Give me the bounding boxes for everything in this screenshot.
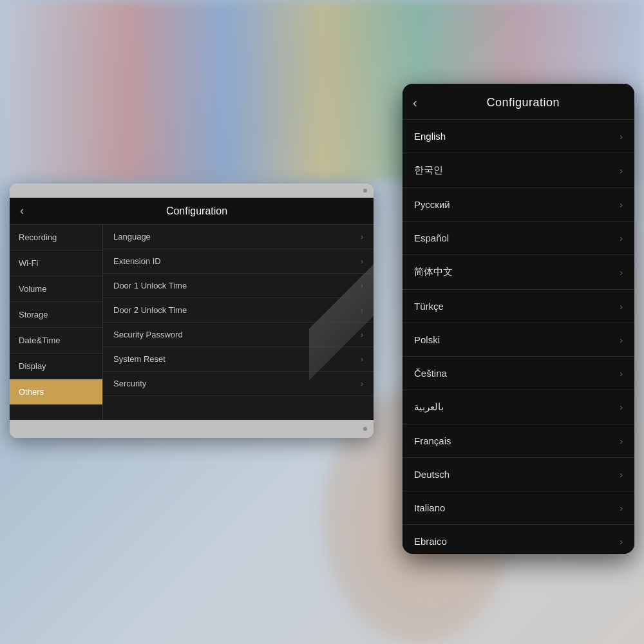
language-item-german[interactable]: Deutsch› <box>402 458 634 491</box>
language-label-czech: Čeština <box>414 368 447 379</box>
device-top-dot <box>363 189 367 193</box>
menu-item-system-reset[interactable]: System Reset› <box>103 347 374 372</box>
sidebar-item-wifi[interactable]: Wi-Fi <box>10 251 102 276</box>
menu-item-extension-id[interactable]: Extension ID› <box>103 249 374 274</box>
phone-header: ‹ Configuration <box>402 84 634 120</box>
language-item-hebrew[interactable]: Ebraico› <box>402 525 634 554</box>
chevron-right-icon: › <box>361 232 363 242</box>
language-label-russian: Русский <box>414 199 450 210</box>
sidebar-item-volume[interactable]: Volume <box>10 276 102 302</box>
device-main-menu: Language›Extension ID›Door 1 Unlock Time… <box>103 225 374 420</box>
device-content: RecordingWi-FiVolumeStorageDate&TimeDisp… <box>10 225 374 420</box>
phone-language-list: English›한국인›Русский›Español›简体中文›Türkçe›… <box>402 120 634 554</box>
chevron-right-icon: › <box>620 436 623 446</box>
language-item-chinese[interactable]: 简体中文› <box>402 255 634 290</box>
menu-item-door2-unlock[interactable]: Door 2 Unlock Time› <box>103 298 374 323</box>
language-label-turkish: Türkçe <box>414 301 444 312</box>
chevron-right-icon: › <box>361 355 363 364</box>
language-item-turkish[interactable]: Türkçe› <box>402 290 634 323</box>
menu-item-sercurity[interactable]: Sercurity› <box>103 372 374 396</box>
language-label-french: Français <box>414 435 451 446</box>
device-sidebar: RecordingWi-FiVolumeStorageDate&TimeDisp… <box>10 225 103 420</box>
language-item-polish[interactable]: Polski› <box>402 323 634 357</box>
menu-item-label-sercurity: Sercurity <box>113 379 146 388</box>
chevron-right-icon: › <box>620 402 623 412</box>
language-item-french[interactable]: Français› <box>402 424 634 458</box>
language-label-hebrew: Ebraico <box>414 536 447 547</box>
device-bottom-bar <box>10 420 374 438</box>
menu-item-label-door2-unlock: Door 2 Unlock Time <box>113 305 187 315</box>
language-item-arabic[interactable]: بالعربية› <box>402 390 634 424</box>
language-item-korean[interactable]: 한국인› <box>402 153 634 188</box>
menu-item-door1-unlock[interactable]: Door 1 Unlock Time› <box>103 274 374 298</box>
sidebar-item-recording[interactable]: Recording <box>10 225 102 251</box>
menu-item-label-door1-unlock: Door 1 Unlock Time <box>113 281 187 290</box>
language-label-arabic: بالعربية <box>414 401 444 413</box>
language-item-czech[interactable]: Čeština› <box>402 357 634 390</box>
chevron-right-icon: › <box>361 306 363 315</box>
language-label-polish: Polski <box>414 334 440 345</box>
language-label-english: English <box>414 131 446 142</box>
chevron-right-icon: › <box>620 301 623 312</box>
chevron-right-icon: › <box>620 200 623 210</box>
sidebar-item-display[interactable]: Display <box>10 354 102 379</box>
chevron-right-icon: › <box>620 131 623 142</box>
chevron-right-icon: › <box>620 469 623 480</box>
menu-item-label-system-reset: System Reset <box>113 354 166 364</box>
device-panel: ‹ Configuration RecordingWi-FiVolumeStor… <box>10 184 374 438</box>
sidebar-item-storage[interactable]: Storage <box>10 302 102 328</box>
language-label-spanish: Español <box>414 232 449 243</box>
chevron-right-icon: › <box>361 257 363 266</box>
chevron-right-icon: › <box>620 335 623 345</box>
device-back-button[interactable]: ‹ <box>20 204 24 218</box>
chevron-right-icon: › <box>620 536 623 547</box>
language-label-korean: 한국인 <box>414 164 443 176</box>
sidebar-item-datetime[interactable]: Date&Time <box>10 328 102 354</box>
menu-item-security-password[interactable]: Security Password› <box>103 323 374 347</box>
menu-item-label-language: Language <box>113 232 151 242</box>
device-bottom-dot <box>363 427 367 431</box>
device-screen-header: ‹ Configuration <box>10 198 374 225</box>
language-label-italian: Italiano <box>414 502 445 513</box>
language-item-russian[interactable]: Русский› <box>402 188 634 222</box>
language-label-chinese: 简体中文 <box>414 266 453 278</box>
language-item-italian[interactable]: Italiano› <box>402 491 634 525</box>
language-item-english[interactable]: English› <box>402 120 634 153</box>
chevron-right-icon: › <box>361 379 363 388</box>
chevron-right-icon: › <box>361 281 363 290</box>
device-screen-title: Configuration <box>30 205 363 217</box>
device-screen: ‹ Configuration RecordingWi-FiVolumeStor… <box>10 198 374 420</box>
phone-back-button[interactable]: ‹ <box>413 95 417 110</box>
chevron-right-icon: › <box>620 166 623 176</box>
sidebar-item-others[interactable]: Others <box>10 379 102 405</box>
phone-title: Configuration <box>422 96 624 109</box>
chevron-right-icon: › <box>620 233 623 243</box>
menu-item-language[interactable]: Language› <box>103 225 374 249</box>
chevron-right-icon: › <box>620 503 623 513</box>
language-label-german: Deutsch <box>414 469 450 480</box>
language-item-spanish[interactable]: Español› <box>402 222 634 255</box>
menu-item-label-security-password: Security Password <box>113 330 183 339</box>
chevron-right-icon: › <box>620 368 623 379</box>
phone-panel: ‹ Configuration English›한국인›Русский›Espa… <box>402 84 634 554</box>
chevron-right-icon: › <box>620 267 623 278</box>
device-top-bar <box>10 184 374 198</box>
chevron-right-icon: › <box>361 330 363 339</box>
menu-item-label-extension-id: Extension ID <box>113 256 161 266</box>
